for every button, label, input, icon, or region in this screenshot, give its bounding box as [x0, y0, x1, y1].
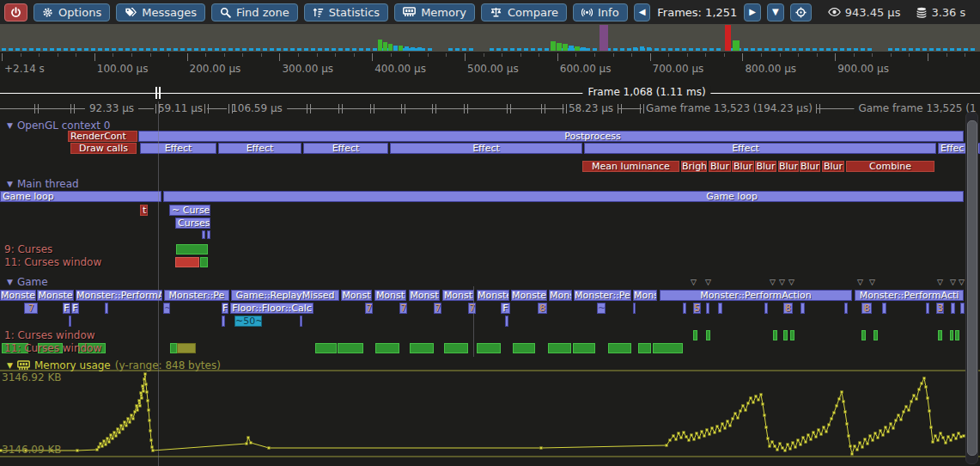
zone-game-replaymissed[interactable]: Game::ReplayMissed	[231, 290, 339, 301]
zone-draw-calls[interactable]: Draw calls	[70, 143, 137, 154]
zone-blur[interactable]: Blur	[709, 161, 731, 172]
zone-monste[interactable]: Monste	[511, 290, 547, 301]
thread-header-game[interactable]: ▼Game	[7, 276, 48, 288]
lock-event-bar[interactable]	[955, 330, 959, 340]
zone-bar[interactable]	[202, 230, 205, 239]
secondary-frame-label[interactable]: 106.59 µs	[227, 102, 287, 114]
zone-bar[interactable]	[706, 303, 709, 314]
zone-bar[interactable]	[844, 303, 848, 314]
toolbar-button-find-zone[interactable]: Find zone	[211, 3, 298, 21]
frame-marker-icon[interactable]: ▽	[770, 279, 776, 286]
zone-monster-performa[interactable]: Monster::PerformA	[76, 290, 162, 301]
lock-event-bar[interactable]	[608, 343, 631, 353]
goto-frame-button[interactable]: ▼	[767, 3, 784, 21]
lock-event-bar[interactable]	[773, 330, 777, 340]
prev-frame-button[interactable]: ◀	[634, 3, 651, 21]
toolbar-button-memory[interactable]: Memory	[394, 3, 475, 21]
zone-effect[interactable]: Effect	[584, 143, 936, 154]
zone-monster-performaction[interactable]: Monster::PerformAction	[660, 290, 852, 301]
frame-marker-icon[interactable]: ▽	[779, 279, 785, 286]
lock-event-bar[interactable]	[783, 330, 788, 340]
zone-rendercont[interactable]: RenderCont	[68, 131, 137, 142]
thread-header-opengl-context-0[interactable]: ▼OpenGL context 0	[7, 120, 110, 132]
zone--curses[interactable]: ~ Curses	[169, 205, 210, 216]
zone-effect[interactable]: Effect	[390, 143, 582, 154]
zone-f[interactable]: F	[71, 303, 79, 314]
zone-7[interactable]: 7	[399, 303, 407, 314]
lock-event-bar[interactable]	[477, 343, 501, 353]
lock-event-bar[interactable]	[790, 330, 794, 340]
zone-bar[interactable]	[764, 303, 768, 314]
zone-curses[interactable]: Curses	[175, 218, 210, 229]
focus-frame-button[interactable]	[790, 3, 812, 21]
zone-bar[interactable]	[300, 316, 302, 327]
frame-marker-icon[interactable]: ▽	[937, 279, 943, 286]
zone-mons[interactable]: Mons	[549, 290, 572, 301]
zone-monster-pe[interactable]: Monster::Pe	[574, 290, 631, 301]
lock-event-bar[interactable]	[638, 343, 651, 353]
zone-5[interactable]: 5	[693, 303, 701, 314]
frame-marker-icon[interactable]: ▽	[950, 279, 956, 286]
frame-marker-icon[interactable]: ▽	[959, 279, 965, 286]
lock-event-bar[interactable]	[573, 343, 595, 353]
zone-bar[interactable]	[800, 303, 805, 314]
zone-f[interactable]: F	[222, 303, 228, 314]
zone-monst[interactable]: Monst	[409, 290, 440, 301]
zone-combine[interactable]: Combine	[846, 161, 934, 172]
zone-blur[interactable]: Blur	[755, 161, 776, 172]
zone-monste[interactable]: Monste	[37, 290, 74, 301]
zone-bar[interactable]	[69, 316, 71, 327]
zone-effect[interactable]: Effect	[303, 143, 388, 154]
secondary-frame-label[interactable]: Game frame 13,525 (1	[854, 102, 980, 114]
lock-event-bar[interactable]	[693, 330, 697, 340]
zone-game-loop[interactable]: Game loop	[163, 191, 964, 202]
toolbar-button-statistics[interactable]: Statistics	[304, 3, 388, 21]
zone-7[interactable]: 7	[468, 303, 476, 314]
zone-floor-floor-calc[interactable]: Floor::Floor::Calc	[230, 303, 313, 314]
zone-blur[interactable]: Blur	[732, 161, 754, 172]
secondary-frame-label[interactable]: Game frame 13,523 (194.23 µs)	[642, 102, 817, 114]
toolbar-button-options[interactable]: Options	[33, 3, 110, 21]
lock-event-bar[interactable]	[938, 330, 942, 340]
lock-event-bar[interactable]	[177, 343, 196, 353]
lock-event-bar[interactable]	[338, 343, 363, 353]
lock-event-bar[interactable]	[315, 343, 337, 353]
lock-event-bar[interactable]	[176, 244, 208, 254]
zone-bar[interactable]	[633, 303, 636, 314]
secondary-frame-label[interactable]: 59.11 µs	[154, 102, 207, 114]
zone-monster-pe[interactable]: Monster::Pe	[164, 290, 229, 301]
thread-header-main-thread[interactable]: ▼Main thread	[7, 178, 79, 190]
zone-bar[interactable]	[960, 303, 965, 314]
lock-event-bar[interactable]	[513, 343, 535, 353]
frame-marker-icon[interactable]: ▽	[857, 279, 863, 286]
zone-monst[interactable]: Monst	[374, 290, 406, 301]
zone-8[interactable]: 8	[783, 303, 793, 314]
zone-effect[interactable]: Effect	[218, 143, 301, 154]
zone-bar[interactable]	[926, 303, 929, 314]
zone-monste[interactable]: Monste	[477, 290, 509, 301]
zone-monste[interactable]: Monste	[0, 290, 36, 301]
zone-blur[interactable]: Blur	[778, 161, 799, 172]
zone--50-[interactable]: ~50~	[234, 316, 262, 327]
zone-bar[interactable]	[951, 303, 955, 314]
toolbar-button-messages[interactable]: Messages	[116, 3, 205, 21]
toolbar-button-compare[interactable]: Compare	[481, 3, 567, 21]
lock-event-bar[interactable]	[548, 343, 571, 353]
frame-marker-icon[interactable]: ▽	[705, 279, 711, 286]
zone-bar[interactable]	[683, 303, 686, 314]
zone-bar[interactable]	[718, 303, 722, 314]
zone-f[interactable]: F	[63, 303, 70, 314]
next-frame-button[interactable]: ▶	[744, 3, 761, 21]
lock-event-bar[interactable]	[375, 343, 399, 353]
zone-brigh[interactable]: Brigh	[681, 161, 707, 172]
zone-bar[interactable]	[222, 316, 225, 327]
zone-8[interactable]: 8	[538, 303, 547, 314]
zone--[interactable]: ~	[163, 303, 170, 314]
lock-event-bar[interactable]	[950, 330, 953, 340]
lock-event-bar[interactable]	[410, 343, 434, 353]
zone-bar[interactable]	[207, 230, 210, 239]
zone-8[interactable]: 8	[861, 303, 872, 314]
primary-frame-label[interactable]: Frame 1,068 (1.11 ms)	[582, 86, 710, 98]
lock-event-bar[interactable]	[200, 257, 208, 267]
zone-blur[interactable]: Blur	[822, 161, 844, 172]
